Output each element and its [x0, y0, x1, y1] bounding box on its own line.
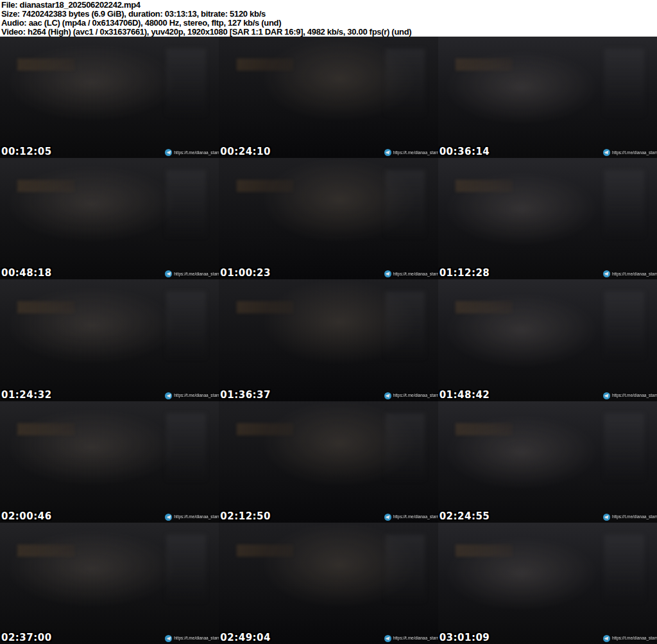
- watermark-url: https://t.me/dianaa_starr: [612, 636, 657, 641]
- telegram-icon: [165, 635, 172, 642]
- file-info-line: File: dianastar18_202506202242.mp4: [1, 1, 657, 10]
- watermark: https://t.me/dianaa_starr: [165, 635, 219, 642]
- video-frame-placeholder: 02:49:04 https://t.me/dianaa_starr: [219, 523, 438, 644]
- watermark: https://t.me/dianaa_starr: [603, 635, 657, 642]
- telegram-icon: [384, 392, 391, 399]
- video-frame-placeholder: 02:00:46 https://t.me/dianaa_starr: [0, 401, 219, 523]
- watermark: https://t.me/dianaa_starr: [165, 270, 219, 277]
- watermark-url: https://t.me/dianaa_starr: [174, 636, 219, 641]
- video-frame-placeholder: 00:36:14 https://t.me/dianaa_starr: [438, 37, 657, 158]
- timestamp-label: 00:48:18: [1, 267, 52, 279]
- video-frame-placeholder: 01:36:37 https://t.me/dianaa_starr: [219, 279, 438, 401]
- telegram-icon: [384, 270, 391, 277]
- timestamp-label: 00:12:05: [1, 146, 52, 157]
- watermark: https://t.me/dianaa_starr: [165, 392, 219, 399]
- metadata-header: File: dianastar18_202506202242.mp4 Size:…: [0, 0, 657, 37]
- watermark-url: https://t.me/dianaa_starr: [612, 150, 657, 155]
- telegram-icon: [603, 514, 610, 521]
- video-frame-placeholder: 01:24:32 https://t.me/dianaa_starr: [0, 279, 219, 401]
- watermark-url: https://t.me/dianaa_starr: [393, 272, 438, 277]
- timestamp-label: 01:48:42: [439, 389, 490, 401]
- timestamp-label: 02:12:50: [220, 510, 271, 522]
- size-info-line: Size: 7420242383 bytes (6.9 GiB), durati…: [1, 10, 657, 19]
- watermark-url: https://t.me/dianaa_starr: [612, 393, 657, 398]
- video-info-line: Video: h264 (High) (avc1 / 0x31637661), …: [1, 28, 657, 37]
- telegram-icon: [603, 270, 610, 277]
- watermark: https://t.me/dianaa_starr: [384, 270, 438, 277]
- watermark: https://t.me/dianaa_starr: [165, 514, 219, 521]
- watermark-url: https://t.me/dianaa_starr: [393, 636, 438, 641]
- video-frame-placeholder: 02:37:00 https://t.me/dianaa_starr: [0, 523, 219, 644]
- timestamp-label: 02:37:00: [1, 632, 52, 643]
- watermark: https://t.me/dianaa_starr: [603, 514, 657, 521]
- timestamp-label: 00:36:14: [439, 146, 490, 157]
- watermark: https://t.me/dianaa_starr: [384, 635, 438, 642]
- timestamp-label: 02:24:55: [439, 510, 490, 522]
- telegram-icon: [165, 270, 172, 277]
- watermark-url: https://t.me/dianaa_starr: [174, 150, 219, 155]
- telegram-icon: [384, 149, 391, 156]
- watermark: https://t.me/dianaa_starr: [384, 392, 438, 399]
- telegram-icon: [603, 392, 610, 399]
- watermark: https://t.me/dianaa_starr: [384, 149, 438, 156]
- video-frame-placeholder: 00:24:10 https://t.me/dianaa_starr: [219, 37, 438, 158]
- timestamp-label: 01:00:23: [220, 267, 271, 279]
- telegram-icon: [603, 635, 610, 642]
- timestamp-label: 02:49:04: [220, 632, 271, 643]
- watermark-url: https://t.me/dianaa_starr: [174, 514, 219, 519]
- watermark-url: https://t.me/dianaa_starr: [393, 150, 438, 155]
- video-frame-placeholder: 01:48:42 https://t.me/dianaa_starr: [438, 279, 657, 401]
- watermark: https://t.me/dianaa_starr: [384, 514, 438, 521]
- watermark-url: https://t.me/dianaa_starr: [174, 272, 219, 277]
- watermark-url: https://t.me/dianaa_starr: [612, 272, 657, 277]
- video-frame-placeholder: 01:12:28 https://t.me/dianaa_starr: [438, 158, 657, 279]
- video-frame-placeholder: 03:01:09 https://t.me/dianaa_starr: [438, 523, 657, 644]
- video-frame-placeholder: 01:00:23 https://t.me/dianaa_starr: [219, 158, 438, 279]
- watermark: https://t.me/dianaa_starr: [603, 149, 657, 156]
- telegram-icon: [165, 514, 172, 521]
- timestamp-label: 01:36:37: [220, 389, 271, 401]
- video-frame-placeholder: 00:48:18 https://t.me/dianaa_starr: [0, 158, 219, 279]
- thumbnail-grid: 00:12:05 https://t.me/dianaa_starr 00:24…: [0, 37, 657, 644]
- timestamp-label: 03:01:09: [439, 632, 490, 643]
- watermark: https://t.me/dianaa_starr: [603, 270, 657, 277]
- watermark: https://t.me/dianaa_starr: [603, 392, 657, 399]
- telegram-icon: [165, 149, 172, 156]
- telegram-icon: [165, 392, 172, 399]
- telegram-icon: [384, 514, 391, 521]
- timestamp-label: 02:00:46: [1, 510, 52, 522]
- watermark-url: https://t.me/dianaa_starr: [612, 514, 657, 519]
- watermark: https://t.me/dianaa_starr: [165, 149, 219, 156]
- watermark-url: https://t.me/dianaa_starr: [393, 514, 438, 519]
- timestamp-label: 01:24:32: [1, 389, 52, 401]
- video-frame-placeholder: 02:12:50 https://t.me/dianaa_starr: [219, 401, 438, 523]
- telegram-icon: [603, 149, 610, 156]
- video-frame-placeholder: 00:12:05 https://t.me/dianaa_starr: [0, 37, 219, 158]
- watermark-url: https://t.me/dianaa_starr: [393, 393, 438, 398]
- timestamp-label: 01:12:28: [439, 267, 490, 279]
- video-frame-placeholder: 02:24:55 https://t.me/dianaa_starr: [438, 401, 657, 523]
- timestamp-label: 00:24:10: [220, 146, 271, 157]
- watermark-url: https://t.me/dianaa_starr: [174, 393, 219, 398]
- telegram-icon: [384, 635, 391, 642]
- audio-info-line: Audio: aac (LC) (mp4a / 0x6134706D), 480…: [1, 19, 657, 28]
